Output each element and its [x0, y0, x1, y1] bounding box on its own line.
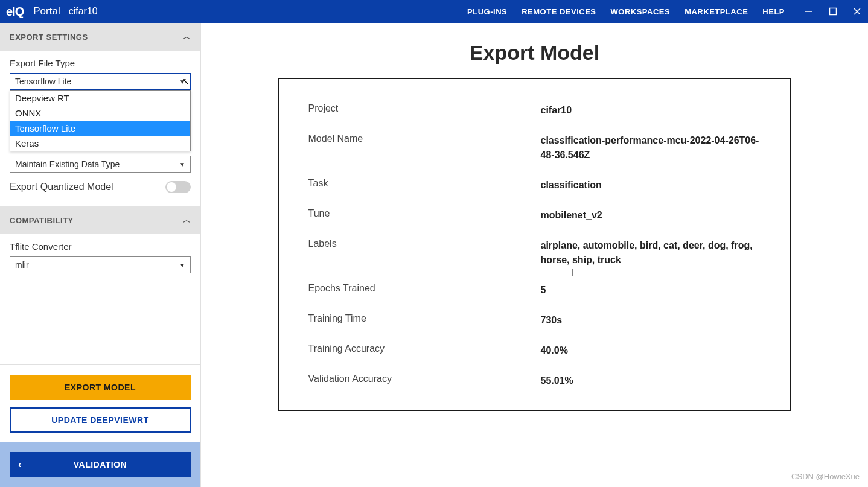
- export-settings-header[interactable]: EXPORT SETTINGS ︿: [0, 23, 200, 51]
- chevron-up-icon: ︿: [183, 215, 191, 226]
- svg-rect-1: [830, 8, 837, 15]
- sidebar: EXPORT SETTINGS ︿ Export File Type Tenso…: [0, 23, 201, 487]
- export-info-card: Projectcifar10 Model Nameclassification-…: [278, 78, 791, 411]
- info-row-epochs: Epochs Trained5: [308, 283, 761, 298]
- toggle-knob: [167, 182, 176, 192]
- info-row-model-name: Model Nameclassification-performance-mcu…: [308, 133, 761, 162]
- chevron-left-icon: ‹: [18, 459, 22, 470]
- compatibility-label: COMPATIBILITY: [10, 216, 74, 225]
- info-label: Tune: [308, 208, 541, 219]
- nav-help[interactable]: HELP: [755, 7, 792, 16]
- info-label: Labels: [308, 238, 541, 249]
- info-row-project: Projectcifar10: [308, 103, 761, 118]
- nav-marketplace[interactable]: MARKETPLACE: [677, 7, 755, 16]
- info-label: Validation Accuracy: [308, 374, 541, 384]
- info-value: cifar10: [541, 103, 761, 118]
- update-deepviewrt-button[interactable]: UPDATE DEEPVIEWRT: [10, 407, 191, 433]
- dropdown-option-keras[interactable]: Keras: [10, 136, 190, 151]
- info-value: 40.0%: [541, 343, 761, 358]
- chevron-up-icon: ︿: [183, 31, 191, 42]
- info-row-labels: Labelsairplane, automobile, bird, cat, d…: [308, 238, 761, 267]
- info-row-tune: Tunemobilenet_v2: [308, 208, 761, 223]
- portal-label: Portal: [33, 5, 60, 18]
- footer-nav: ‹ VALIDATION: [0, 442, 200, 487]
- info-value: classification-performance-mcu-2022-04-2…: [541, 133, 761, 162]
- titlebar: eIQ Portal cifar10 PLUG-INS REMOTE DEVIC…: [0, 0, 868, 23]
- validation-button[interactable]: ‹ VALIDATION: [10, 452, 191, 477]
- close-button[interactable]: [852, 7, 862, 16]
- info-row-training-time: Training Time730s: [308, 313, 761, 328]
- export-model-button[interactable]: EXPORT MODEL: [10, 375, 191, 400]
- dropdown-option-deepview[interactable]: Deepview RT: [10, 91, 190, 106]
- export-file-type-dropdown: Deepview RT ONNX Tensorflow Lite Keras: [10, 90, 191, 151]
- tflite-converter-value: mlir: [15, 260, 29, 270]
- action-area: EXPORT MODEL UPDATE DEEPVIEWRT: [0, 364, 200, 442]
- chevron-down-icon: ▼: [179, 161, 185, 168]
- info-row-training-accuracy: Training Accuracy40.0%: [308, 343, 761, 358]
- tflite-converter-label: Tflite Converter: [10, 241, 191, 252]
- export-file-type-label: Export File Type: [10, 58, 191, 68]
- export-data-type-value: Maintain Existing Data Type: [15, 159, 120, 169]
- info-value: airplane, automobile, bird, cat, deer, d…: [541, 238, 761, 267]
- export-file-type-select[interactable]: Tensorflow Lite ▼: [10, 73, 191, 90]
- watermark: CSDN @HowieXue: [791, 472, 860, 481]
- info-value: mobilenet_v2: [541, 208, 761, 223]
- info-label: Epochs Trained: [308, 283, 541, 294]
- dropdown-option-onnx[interactable]: ONNX: [10, 106, 190, 121]
- export-data-type-select[interactable]: Maintain Existing Data Type ▼: [10, 156, 191, 173]
- info-row-task: Taskclassification: [308, 178, 761, 193]
- info-value: 55.01%: [541, 374, 761, 388]
- minimize-button[interactable]: [804, 7, 814, 16]
- compatibility-header[interactable]: COMPATIBILITY ︿: [0, 206, 200, 234]
- page-title: Export Model: [237, 41, 832, 65]
- quantized-toggle[interactable]: [165, 181, 191, 193]
- info-label: Training Time: [308, 313, 541, 324]
- export-settings-label: EXPORT SETTINGS: [10, 33, 88, 42]
- project-name: cifar10: [69, 6, 98, 17]
- content-area: Export Model Projectcifar10 Model Namecl…: [201, 23, 868, 487]
- nav-remote-devices[interactable]: REMOTE DEVICES: [514, 7, 603, 16]
- maximize-button[interactable]: [828, 7, 838, 16]
- info-value: classification: [541, 178, 761, 193]
- info-label: Project: [308, 103, 541, 114]
- info-value: 5: [541, 283, 761, 298]
- info-row-validation-accuracy: Validation Accuracy55.01%: [308, 374, 761, 388]
- tflite-converter-select[interactable]: mlir ▼: [10, 256, 191, 273]
- nav-plugins[interactable]: PLUG-INS: [460, 7, 514, 16]
- quantized-toggle-label: Export Quantized Model: [10, 182, 113, 193]
- validation-label: VALIDATION: [74, 460, 127, 469]
- export-file-type-value: Tensorflow Lite: [15, 77, 71, 86]
- dropdown-option-tflite[interactable]: Tensorflow Lite: [10, 121, 190, 136]
- info-label: Model Name: [308, 133, 541, 144]
- info-label: Training Accuracy: [308, 343, 541, 354]
- app-logo: eIQ: [6, 5, 24, 19]
- chevron-down-icon: ▼: [179, 78, 185, 85]
- info-label: Task: [308, 178, 541, 189]
- info-value: 730s: [541, 313, 761, 328]
- nav-workspaces[interactable]: WORKSPACES: [604, 7, 678, 16]
- chevron-down-icon: ▼: [179, 262, 185, 269]
